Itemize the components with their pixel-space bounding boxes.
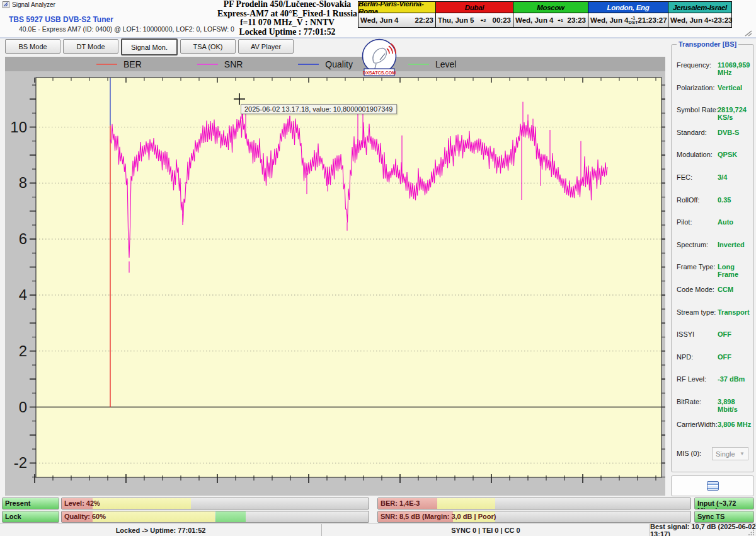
legend-swatch xyxy=(408,64,429,65)
transponder-row-label: NPD: xyxy=(677,353,693,361)
tab-av-player[interactable]: AV Player xyxy=(238,39,294,54)
transponder-row: CarrierWidth:3,806 MHz xyxy=(672,414,753,437)
clock-city-label: London, Eng xyxy=(588,2,668,13)
transponder-row-label: Code Mode: xyxy=(677,286,714,293)
legend-item-snr: SNR xyxy=(197,59,243,69)
svg-text:8: 8 xyxy=(19,174,27,191)
transponder-row: BitRate:3,898 Mbit/s xyxy=(672,392,753,414)
transponder-row-label: Stream type: xyxy=(677,308,716,316)
transponder-row-value: 0.35 xyxy=(718,196,731,204)
transponder-row: Symbol Rate:2819,724 KS/s xyxy=(672,100,753,122)
legend-item-ber: BER xyxy=(96,59,142,69)
clock-berlin-paris-vienna-roma: Berlin-Paris-Vienna-RomaWed, Jun 422:23 xyxy=(358,2,436,27)
window-list-icon xyxy=(707,481,719,491)
clock-datetime: Wed, Jun 4-1DST21:23:27 xyxy=(588,13,668,27)
level-bar: Level: 42% xyxy=(61,498,369,510)
status-bar: Locked -> Uptime: 77:01:52 SYNC 0 | TEI … xyxy=(0,523,756,536)
legend-label: SNR xyxy=(224,59,243,69)
quality-bar: Quality: 60% xyxy=(61,511,369,523)
transponder-row-value: 3,898 Mbit/s xyxy=(718,398,753,413)
resize-grip-icon[interactable] xyxy=(744,30,753,37)
status-uptime: Locked -> Uptime: 77:01:52 xyxy=(0,524,322,536)
present-indicator: Present xyxy=(2,498,59,510)
transponder-row-value: CCM xyxy=(718,286,733,293)
dxsatcs-logo-text: DXSATCS.COM xyxy=(363,70,396,76)
legend-label: Quality xyxy=(325,59,353,69)
transponder-row-label: CarrierWidth: xyxy=(677,421,718,428)
snr-bar: SNR: 8,5 dB (Margin: 3,0 dB | Poor) xyxy=(377,511,691,523)
svg-text:10: 10 xyxy=(10,119,27,136)
mis-label: MIS (0): xyxy=(677,450,701,457)
transponder-row-label: ISSYI xyxy=(677,330,694,338)
transponder-panel: Transponder [BS] Frequency:11069,959 MHz… xyxy=(668,39,756,496)
legend-label: BER xyxy=(123,59,142,69)
svg-text:-2: -2 xyxy=(14,454,27,471)
sync-ts-indicator: Sync TS xyxy=(694,511,754,523)
transponder-row-value: Long Frame xyxy=(718,263,753,278)
station-line-1: PF Prodelin 450/Lučenec-Slovakia xyxy=(208,0,367,9)
transponder-row-value: Inverted xyxy=(718,241,745,248)
transponder-row-label: RF Level: xyxy=(677,375,706,383)
tuner-details: 40.0E - Express AM7 (ID: 0400) @ LOF1: 1… xyxy=(19,25,234,33)
lock-indicator: Lock xyxy=(2,511,59,523)
legend-swatch xyxy=(96,64,117,65)
transponder-row: RF Level:-37 dBm xyxy=(672,369,753,392)
clock-moscow: MoscowWed, Jun 4+123:23 xyxy=(513,2,588,27)
transponder-row: Pilot:Auto xyxy=(672,212,753,235)
clock-datetime: Wed, Jun 4+123:23 xyxy=(513,13,588,27)
transponder-row-label: Standard: xyxy=(677,129,707,136)
window-resize-grip[interactable] xyxy=(748,529,755,535)
transponder-row-value: 11069,959 MHz xyxy=(718,61,753,76)
svg-text:4: 4 xyxy=(19,286,27,303)
chart-legend: BERSNRQualityLevel xyxy=(5,57,665,71)
signal-chart-panel[interactable]: 1086420-2 2025-06-02 13.17.18, value: 10… xyxy=(5,71,665,496)
transponder-row-value: -37 dBm xyxy=(718,375,745,383)
legend-item-quality: Quality xyxy=(298,59,353,69)
tab-dt-mode[interactable]: DT Mode xyxy=(63,39,118,54)
transponder-row: NPD:OFF xyxy=(672,347,753,370)
transponder-row-label: Modulation: xyxy=(677,151,713,158)
station-line-4: Locked Uptime : 77:01:52 xyxy=(208,28,367,37)
transponder-row-label: FEC: xyxy=(677,173,692,181)
bar-segment-yellow xyxy=(437,498,495,509)
ber-bar: BER: 1,4E-3 xyxy=(377,498,691,510)
legend-item-level: Level xyxy=(408,59,456,69)
clock-datetime: Wed, Jun 4+123:23 xyxy=(668,13,731,27)
transport-info-button[interactable] xyxy=(671,475,754,496)
legend-swatch xyxy=(197,64,218,65)
mis-row: MIS (0): Single ▼ xyxy=(672,447,753,461)
transponder-row-value: OFF xyxy=(718,353,731,361)
transponder-row-value: Vertical xyxy=(718,84,742,91)
transponder-row: Frequency:11069,959 MHz xyxy=(672,55,753,78)
transponder-row-label: Polarization: xyxy=(677,84,715,91)
tab-tsa-ok-[interactable]: TSA (OK) xyxy=(180,39,236,54)
transponder-row: Frame Type:Long Frame xyxy=(672,257,753,279)
station-line-3: f=11 070 MHz_V : NNTV xyxy=(208,18,367,28)
transponder-row-label: Symbol Rate: xyxy=(677,106,718,114)
transponder-row-value: QPSK xyxy=(718,151,737,158)
tuner-name: TBS 5927 USB DVB-S2 Tuner xyxy=(9,15,113,24)
tab-signal-mon-[interactable]: Signal Mon. xyxy=(121,38,178,55)
tab-bs-mode[interactable]: BS Mode xyxy=(5,39,60,54)
clock-datetime: Wed, Jun 422:23 xyxy=(358,13,435,27)
svg-text:2: 2 xyxy=(19,342,27,359)
transponder-row: Standard:DVB-S xyxy=(672,122,753,145)
transponder-title: Transponder [BS] xyxy=(677,40,738,48)
status-sync-counters: SYNC 0 | TEI 0 | CC 0 xyxy=(322,524,650,536)
dxsatcs-logo: DXSATCS.COM xyxy=(361,38,398,79)
bar-segment-yellow xyxy=(93,498,191,509)
window-title: Signal Analyzer xyxy=(12,1,55,8)
transponder-row-label: Pilot: xyxy=(677,218,692,226)
transponder-row-label: RollOff: xyxy=(677,196,699,204)
mis-select[interactable]: Single ▼ xyxy=(712,447,748,460)
transponder-row: Spectrum:Inverted xyxy=(672,235,753,257)
snr-plot[interactable]: 1086420-2 xyxy=(5,71,665,496)
clock-dubai: DubaiThu, Jun 5+200:23 xyxy=(436,2,513,27)
transponder-row: RollOff:0.35 xyxy=(672,190,753,213)
mis-value: Single xyxy=(716,450,735,458)
transponder-row-value: OFF xyxy=(718,330,731,338)
input-indicator: Input (~3,72 Mbps) xyxy=(694,498,754,510)
transponder-row-label: Spectrum: xyxy=(677,241,708,248)
clock-city-label: Jerusalem-Israel xyxy=(668,2,731,13)
svg-text:6: 6 xyxy=(19,230,27,247)
